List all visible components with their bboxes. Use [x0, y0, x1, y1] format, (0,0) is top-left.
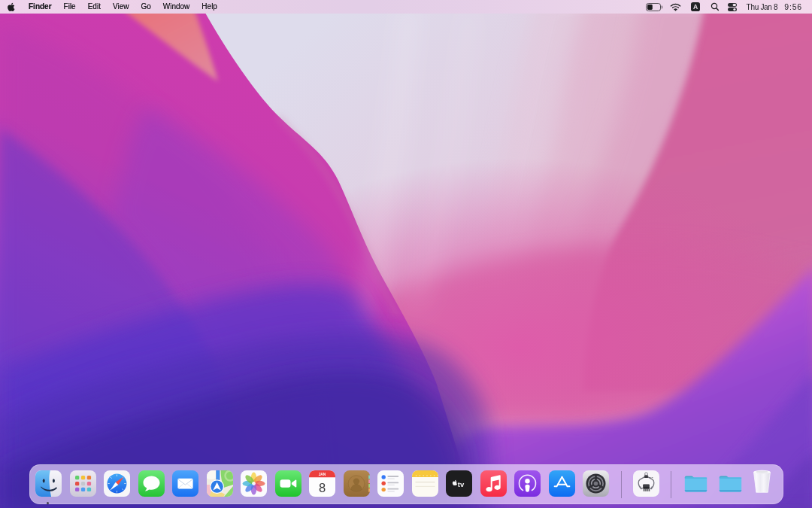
svg-text:JAN: JAN — [319, 473, 326, 476]
svg-text:8: 8 — [319, 481, 326, 494]
svg-text:tv: tv — [458, 480, 465, 488]
svg-text:A: A — [693, 3, 698, 11]
